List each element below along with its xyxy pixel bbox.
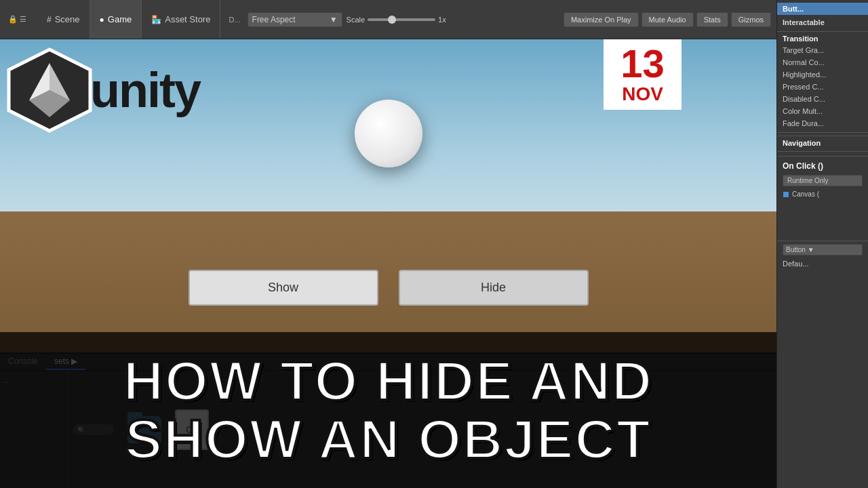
canvas-item-label: Canvas ( bbox=[792, 190, 819, 198]
title-line-1: HOW TO HIDE AND bbox=[123, 352, 654, 410]
rpanel-disabled-color: Disabled C... bbox=[777, 93, 868, 105]
toolbar-controls: D... Free Aspect ▼ Scale 1x bbox=[226, 12, 564, 27]
mute-audio-button[interactable]: Mute Audio bbox=[642, 12, 694, 27]
rpanel-normal-color: Normal Co... bbox=[777, 56, 868, 68]
game-buttons-container: Show Hide bbox=[151, 270, 626, 306]
right-panel-content: Butt... Interactable Transition Target G… bbox=[777, 0, 868, 272]
date-month: NOV bbox=[611, 83, 674, 105]
rpanel-target-graphic: Target Gra... bbox=[777, 44, 868, 56]
hide-game-button[interactable]: Hide bbox=[399, 270, 589, 306]
tab-asset-store[interactable]: 🏪 Asset Store bbox=[142, 0, 220, 39]
on-click-section: On Click () Runtime Only Canvas ( bbox=[777, 156, 868, 200]
rpanel-navigation-label: Navigation bbox=[777, 136, 868, 148]
lock-icon: 🔒 bbox=[8, 15, 18, 24]
scale-area: Scale 1x bbox=[347, 16, 446, 24]
rpanel-divider-2 bbox=[777, 151, 868, 152]
sphere-object bbox=[355, 100, 422, 167]
rpanel-color-mult: Color Mult... bbox=[777, 105, 868, 117]
right-panel: Butt... Interactable Transition Target G… bbox=[776, 0, 868, 488]
date-badge: 13 NOV bbox=[604, 39, 682, 110]
scene-tab-label: Scene bbox=[55, 14, 80, 24]
bottom-text-overlay: HOW TO HIDE AND SHOW AN OBJECT bbox=[0, 332, 776, 488]
aspect-label: Free Aspect bbox=[252, 15, 296, 24]
rpanel-default-label: Defau... bbox=[777, 258, 868, 270]
asset-store-icon: 🏪 bbox=[151, 15, 161, 24]
rpanel-pressed-color: Pressed C... bbox=[777, 81, 868, 93]
rpanel-highlighted-color: Highlighted... bbox=[777, 68, 868, 81]
canvas-item-row: Canvas ( bbox=[777, 188, 868, 200]
button-dropdown-label: Button ▼ bbox=[786, 246, 814, 253]
rpanel-fade-duration: Fade Dura... bbox=[777, 117, 868, 129]
bottom-panel-area: Button ▼ Defau... bbox=[777, 241, 868, 270]
unity-logo-overlay: unity bbox=[5, 46, 200, 134]
title-line-2: SHOW AN OBJECT bbox=[125, 410, 652, 468]
on-click-title: On Click () bbox=[777, 159, 868, 173]
rpanel-divider-3 bbox=[777, 241, 868, 241]
game-tab-icon: ● bbox=[100, 15, 104, 24]
button-dropdown[interactable]: Button ▼ bbox=[783, 244, 863, 256]
rpanel-button-header: Butt... bbox=[777, 3, 868, 15]
scale-slider[interactable] bbox=[368, 18, 435, 21]
tab-scene[interactable]: # Scene bbox=[37, 0, 90, 39]
chevron-down-icon: ▼ bbox=[330, 15, 338, 24]
maximize-on-play-button[interactable]: Maximize On Play bbox=[564, 12, 639, 27]
scene-icon-area: 🔒 ☰ bbox=[3, 15, 32, 24]
unity-diamond-icon bbox=[5, 46, 94, 134]
main-area: 🔒 ☰ # Scene ● Game 🏪 Asset Store D... Fr… bbox=[0, 0, 776, 488]
top-right-buttons: Maximize On Play Mute Audio Stats Gizmos bbox=[564, 12, 771, 27]
unity-text-logo: unity bbox=[90, 62, 200, 118]
game-tab-label: Game bbox=[108, 14, 132, 24]
scale-label: Scale bbox=[347, 16, 366, 24]
display-label: D... bbox=[226, 16, 243, 24]
asset-store-tab-label: Asset Store bbox=[165, 14, 210, 24]
date-number: 13 bbox=[611, 44, 674, 83]
scale-value: 1x bbox=[438, 16, 446, 24]
tab-area: # Scene ● Game 🏪 Asset Store bbox=[37, 0, 220, 39]
show-game-button[interactable]: Show bbox=[189, 270, 378, 306]
aspect-dropdown[interactable]: Free Aspect ▼ bbox=[248, 12, 342, 27]
stats-button[interactable]: Stats bbox=[696, 12, 728, 27]
gizmos-button[interactable]: Gizmos bbox=[731, 12, 771, 27]
rpanel-divider-1 bbox=[777, 132, 868, 133]
hamburger-icon: ☰ bbox=[20, 15, 26, 24]
runtime-only-dropdown[interactable]: Runtime Only bbox=[783, 175, 863, 186]
scene-tab-icon: # bbox=[47, 15, 52, 24]
toolbar: 🔒 ☰ # Scene ● Game 🏪 Asset Store D... Fr… bbox=[0, 0, 776, 39]
rpanel-transition-label: Transition bbox=[777, 31, 868, 44]
scale-thumb bbox=[388, 16, 396, 24]
canvas-checkbox[interactable] bbox=[783, 191, 789, 198]
runtime-only-label: Runtime Only bbox=[787, 177, 829, 184]
rpanel-interactable-row: Interactable bbox=[777, 16, 868, 28]
tab-game[interactable]: ● Game bbox=[90, 0, 142, 39]
